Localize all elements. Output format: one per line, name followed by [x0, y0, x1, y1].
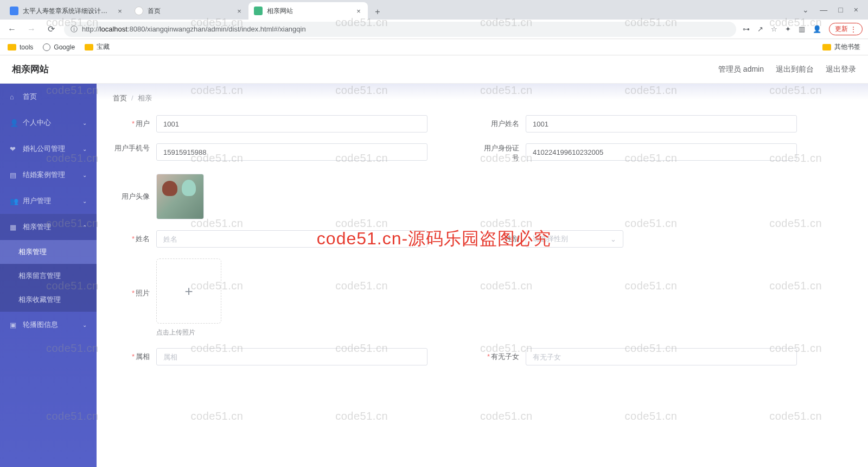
tab-title: 相亲网站	[267, 7, 350, 16]
bookmarks-bar: tools Google 宝藏 其他书签	[0, 39, 868, 55]
chevron-down-icon: ⌄	[82, 146, 87, 152]
image-icon: ▣	[10, 321, 17, 329]
layers-icon: ▤	[10, 171, 17, 179]
toolbar-right: ⊶ ↗ ☆ ✦ ▥ 👤 更新 ⋮	[743, 23, 863, 35]
sidebar-item-wedding-cases[interactable]: ▤结婚案例管理⌄	[0, 162, 97, 188]
heart-icon: ❤	[10, 145, 17, 153]
sidebar-item-home[interactable]: ⌂首页	[0, 84, 97, 110]
star-icon[interactable]: ☆	[771, 25, 777, 33]
sidebar-item-profile[interactable]: 👤个人中心⌄	[0, 110, 97, 136]
chevron-down-icon: ⌄	[82, 322, 87, 328]
sidebar-sub-messages[interactable]: 相亲留言管理	[0, 264, 97, 288]
label-idcard: 用户身份证号	[482, 143, 526, 163]
user-input[interactable]	[156, 115, 427, 132]
gender-select[interactable]: 请选择性别⌄	[526, 230, 623, 248]
address-bar[interactable]: ⓘ http://localhost:8080/xiangqinwangzhan…	[64, 22, 736, 37]
tab-0[interactable]: 太平人寿签章系统详细设计文档 ×	[4, 2, 129, 20]
chevron-down-icon: ⌄	[610, 235, 616, 243]
breadcrumb-home[interactable]: 首页	[113, 94, 127, 102]
other-bookmarks[interactable]: 其他书签	[822, 42, 860, 52]
sidebar: ⌂首页 👤个人中心⌄ ❤婚礼公司管理⌄ ▤结婚案例管理⌄ 👥用户管理⌄ ▦相亲管…	[0, 84, 97, 467]
chevron-down-icon: ⌄	[82, 172, 87, 178]
label-name: *姓名	[113, 230, 156, 248]
avatar-image	[157, 174, 203, 219]
url-text: http://localhost:8080/xiangqinwangzhan/a…	[82, 25, 306, 33]
browser-toolbar: ← → ⟳ ⓘ http://localhost:8080/xiangqinwa…	[0, 20, 868, 39]
sidebar-item-matchmaking[interactable]: ▦相亲管理⌃	[0, 214, 97, 240]
chevron-up-icon: ⌃	[82, 224, 87, 230]
tab-title: 首页	[148, 7, 231, 16]
chevron-down-icon[interactable]: ⌄	[802, 5, 809, 14]
tab-title: 太平人寿签章系统详细设计文档	[23, 7, 112, 16]
app-header: 相亲网站 管理员 admin 退出到前台 退出登录	[0, 55, 868, 84]
logout-button[interactable]: 退出登录	[826, 65, 856, 74]
profile-icon[interactable]: 👤	[813, 25, 821, 33]
info-icon: ⓘ	[71, 24, 78, 34]
minimize-icon[interactable]: —	[820, 5, 827, 14]
user-name-input[interactable]	[526, 115, 797, 132]
label-zodiac: *属相	[113, 348, 156, 365]
close-window-icon[interactable]: ×	[854, 5, 858, 14]
breadcrumb: 首页/相亲	[113, 93, 852, 103]
zodiac-input[interactable]	[156, 348, 427, 365]
panel-icon[interactable]: ▥	[799, 25, 805, 33]
close-icon[interactable]: ×	[235, 7, 243, 15]
browser-tabs: 太平人寿签章系统详细设计文档 × 首页 × 相亲网站 × + ⌄ — □ ×	[0, 0, 868, 20]
tab-1[interactable]: 首页 ×	[129, 2, 248, 20]
key-icon[interactable]: ⊶	[743, 25, 750, 33]
bookmark-tools[interactable]: tools	[8, 43, 33, 51]
window-controls: ⌄ — □ ×	[793, 0, 868, 20]
maximize-icon[interactable]: □	[838, 5, 843, 14]
folder-icon	[85, 44, 93, 51]
sidebar-item-wedding-company[interactable]: ❤婚礼公司管理⌄	[0, 136, 97, 162]
reload-icon[interactable]: ⟳	[44, 23, 58, 36]
globe-icon	[135, 7, 143, 15]
avatar-upload[interactable]	[156, 174, 204, 219]
chevron-down-icon: ⌄	[82, 198, 87, 204]
folder-icon	[822, 44, 831, 51]
bookmark-treasure[interactable]: 宝藏	[85, 42, 110, 52]
chevron-down-icon: ⌄	[82, 120, 87, 126]
share-icon[interactable]: ↗	[757, 25, 763, 33]
label-gender: *性别	[482, 230, 526, 248]
photo-upload[interactable]: +	[156, 258, 221, 324]
extensions-icon[interactable]: ✦	[785, 25, 791, 33]
sidebar-item-users[interactable]: 👥用户管理⌄	[0, 188, 97, 214]
globe-icon	[43, 43, 50, 51]
home-icon: ⌂	[10, 93, 17, 100]
user-icon: 👤	[10, 119, 17, 127]
phone-input[interactable]	[156, 143, 427, 161]
new-tab-button[interactable]: +	[370, 4, 385, 20]
forward-icon: →	[25, 23, 38, 36]
favicon-icon	[10, 7, 18, 15]
close-icon[interactable]: ×	[116, 7, 124, 15]
plus-icon: +	[184, 283, 193, 300]
close-icon[interactable]: ×	[355, 7, 362, 15]
folder-icon	[8, 44, 16, 51]
content: 首页/相亲 *用户 用户姓名 用户手机号 用户身份证号	[97, 84, 868, 467]
label-avatar: 用户头像	[113, 188, 156, 205]
name-input[interactable]	[156, 230, 427, 248]
update-button[interactable]: 更新 ⋮	[829, 23, 863, 35]
sidebar-sub-favorites[interactable]: 相亲收藏管理	[0, 288, 97, 312]
sidebar-sub-matchmaking[interactable]: 相亲管理	[0, 240, 97, 264]
tab-2[interactable]: 相亲网站 ×	[248, 2, 368, 20]
label-children: *有无子女	[482, 348, 526, 365]
label-user: *用户	[113, 115, 156, 132]
vue-icon	[254, 7, 263, 15]
exit-front-button[interactable]: 退出到前台	[776, 65, 814, 74]
page-title: 相亲网站	[12, 63, 49, 75]
label-phone: 用户手机号	[113, 143, 156, 153]
sidebar-item-carousel[interactable]: ▣轮播图信息⌄	[0, 312, 97, 338]
user-role[interactable]: 管理员 admin	[718, 65, 764, 74]
grid-icon: ▦	[10, 223, 17, 231]
bookmark-google[interactable]: Google	[43, 43, 75, 51]
form: *用户 用户姓名 用户手机号 用户身份证号	[113, 115, 852, 365]
back-icon[interactable]: ←	[5, 23, 18, 36]
users-icon: 👥	[10, 197, 17, 205]
label-photo: *照片	[113, 258, 156, 302]
breadcrumb-current: 相亲	[138, 94, 152, 102]
idcard-input[interactable]	[526, 143, 797, 161]
upload-hint: 点击上传照片	[156, 328, 221, 337]
children-input[interactable]	[526, 348, 797, 365]
